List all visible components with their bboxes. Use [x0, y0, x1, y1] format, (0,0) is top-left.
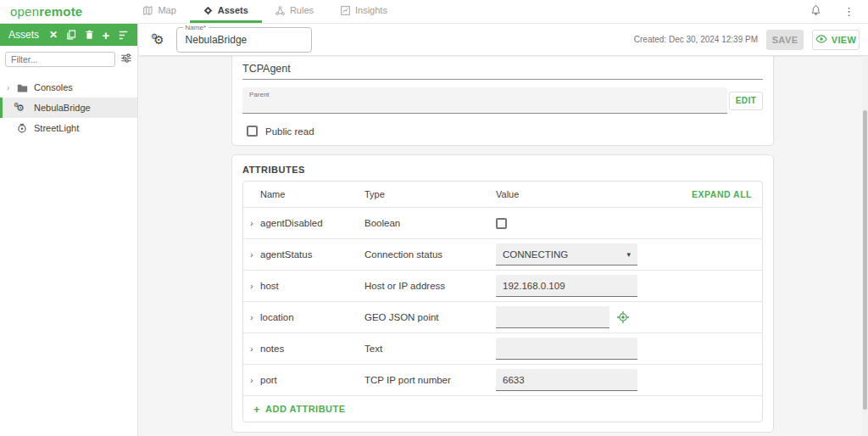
- attribute-value-cell: CONNECTING▾: [496, 243, 762, 266]
- tab-label: Assets: [218, 5, 248, 15]
- attributes-table: Name Type Value EXPAND ALL ›agentDisable…: [242, 181, 763, 422]
- crosshairs-gps-icon[interactable]: [617, 311, 629, 323]
- attribute-value-input[interactable]: [496, 306, 609, 328]
- tab-label: Map: [158, 5, 175, 15]
- attribute-value-cell: 6633: [496, 369, 762, 391]
- app-bar: openremote Map Assets Rules Insights: [0, 0, 868, 24]
- chevron-right-icon[interactable]: ›: [7, 83, 15, 92]
- delete-icon[interactable]: [85, 30, 94, 40]
- tree-item-consoles[interactable]: › Consoles: [0, 77, 137, 98]
- streetlight-icon: [15, 123, 29, 133]
- save-button[interactable]: SAVE: [766, 30, 804, 50]
- public-read-checkbox[interactable]: [247, 126, 258, 137]
- attribute-type: Text: [364, 344, 496, 354]
- attribute-name: port: [260, 375, 364, 385]
- add-asset-icon[interactable]: +: [102, 28, 109, 42]
- agent-cogs-icon: ⚙⚙: [15, 103, 29, 114]
- tab-label: Insights: [355, 5, 387, 15]
- view-button[interactable]: VIEW: [812, 30, 860, 50]
- attribute-value-cell: [496, 306, 762, 328]
- attribute-value-input[interactable]: 6633: [496, 369, 637, 391]
- attribute-row: ›portTCP IP port number6633: [243, 364, 762, 395]
- attribute-value-input[interactable]: [496, 338, 637, 360]
- attribute-value-cell: 192.168.0.109: [496, 275, 762, 297]
- chevron-right-icon[interactable]: ›: [250, 312, 260, 322]
- copy-icon[interactable]: [66, 30, 76, 40]
- expand-all-button[interactable]: EXPAND ALL: [692, 189, 762, 199]
- filter-placeholder: Filter...: [11, 54, 38, 64]
- add-attribute-label: ADD ATTRIBUTE: [265, 404, 346, 414]
- input-value: 192.168.0.109: [503, 281, 565, 291]
- chevron-right-icon[interactable]: ›: [250, 249, 260, 260]
- chevron-right-icon[interactable]: ›: [250, 281, 260, 291]
- add-attribute-button[interactable]: + ADD ATTRIBUTE: [243, 395, 762, 422]
- tree-item-nebulabridge[interactable]: ⚙⚙ NebulaBridge: [0, 98, 137, 118]
- map-icon: [143, 6, 153, 15]
- attribute-value-cell: [496, 218, 762, 229]
- name-field-label: Name*: [183, 24, 209, 31]
- attribute-type: Host or IP address: [364, 281, 496, 291]
- tune-filter-icon[interactable]: [120, 52, 132, 67]
- chevron-right-icon[interactable]: ›: [250, 218, 260, 228]
- attributes-card: ATTRIBUTES Name Type Value EXPAND ALL ›a…: [231, 154, 774, 433]
- attribute-type: TCP IP port number: [364, 375, 496, 385]
- public-read-label: Public read: [265, 126, 314, 137]
- attributes-table-header: Name Type Value EXPAND ALL: [243, 182, 762, 207]
- asset-tree-toolbar: Assets ✕ +: [0, 24, 137, 46]
- edit-parent-button[interactable]: EDIT: [729, 92, 763, 110]
- created-timestamp: Created: Dec 30, 2024 12:39 PM: [634, 35, 758, 44]
- attribute-row: ›agentStatusConnection statusCONNECTING▾: [243, 238, 762, 270]
- notifications-bell-icon[interactable]: [810, 4, 821, 20]
- tab-insights[interactable]: Insights: [327, 0, 401, 23]
- attribute-row: ›hostHost or IP address192.168.0.109: [243, 270, 762, 301]
- tree-item-streetlight[interactable]: StreetLight: [0, 118, 137, 138]
- header-actions: Created: Dec 30, 2024 12:39 PM SAVE VIEW: [634, 30, 868, 50]
- app-bar-right: ⋮: [810, 0, 868, 23]
- openremote-logo[interactable]: openremote: [0, 0, 94, 23]
- attribute-type: Boolean: [364, 218, 496, 228]
- logo-open: open: [10, 4, 39, 19]
- eye-icon: [815, 35, 827, 45]
- tab-assets[interactable]: Assets: [190, 0, 262, 23]
- attribute-value-cell: [496, 338, 762, 360]
- attribute-name: location: [260, 312, 364, 322]
- attribute-name: agentStatus: [260, 249, 364, 260]
- rules-icon: [275, 6, 285, 15]
- asset-tree-sidebar: Assets ✕ + Filter... › Consoles: [0, 24, 138, 436]
- sidebar-title: Assets: [8, 29, 39, 41]
- chevron-down-icon: ▾: [626, 250, 631, 259]
- attribute-row: ›agentDisabledBoolean: [243, 207, 762, 238]
- attribute-value-input[interactable]: 192.168.0.109: [496, 275, 637, 297]
- public-read-row: Public read: [247, 126, 773, 137]
- parent-row: Parent EDIT: [242, 87, 763, 114]
- agent-cogs-icon: ⚙⚙: [153, 32, 164, 48]
- attribute-type: GEO JSON point: [364, 312, 496, 322]
- attributes-table-body: ›agentDisabledBoolean›agentStatusConnect…: [243, 207, 762, 395]
- asset-name-field[interactable]: Name* NebulaBridge: [176, 27, 312, 53]
- sort-icon[interactable]: [118, 31, 129, 40]
- attribute-value-select[interactable]: CONNECTING▾: [496, 243, 637, 266]
- asset-tree: › Consoles ⚙⚙ NebulaBridge StreetLight: [0, 77, 137, 138]
- vertical-scrollbar[interactable]: [862, 56, 868, 436]
- attribute-value-checkbox[interactable]: [496, 218, 507, 229]
- parent-field[interactable]: Parent: [242, 87, 727, 114]
- chevron-right-icon[interactable]: ›: [250, 375, 260, 385]
- attributes-title: ATTRIBUTES: [242, 165, 773, 175]
- chevron-right-icon[interactable]: ›: [250, 344, 260, 354]
- attribute-type: Connection status: [364, 249, 496, 260]
- agent-type-field: TCPAgent: [242, 63, 763, 80]
- attribute-name: host: [260, 281, 364, 291]
- close-icon[interactable]: ✕: [49, 29, 58, 41]
- tab-map[interactable]: Map: [130, 0, 189, 23]
- scrollbar-thumb[interactable]: [863, 110, 867, 410]
- asset-info-card: TCPAgent Parent EDIT Public read: [231, 56, 774, 146]
- overflow-menu-icon[interactable]: ⋮: [843, 6, 854, 17]
- attribute-name: notes: [260, 344, 364, 354]
- filter-row: Filter...: [0, 46, 137, 72]
- filter-input[interactable]: Filter...: [5, 52, 115, 67]
- folder-icon: [15, 83, 29, 92]
- tab-rules[interactable]: Rules: [262, 0, 327, 23]
- insights-icon: [341, 6, 350, 15]
- parent-field-label: Parent: [249, 91, 270, 98]
- attribute-row: ›locationGEO JSON point: [243, 301, 762, 333]
